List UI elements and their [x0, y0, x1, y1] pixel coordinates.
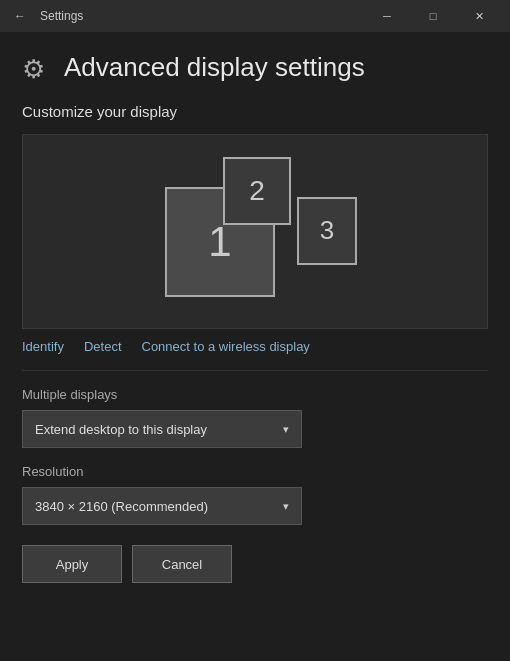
title-bar: ← Settings ─ □ ✕ — [0, 0, 510, 32]
minimize-button[interactable]: ─ — [364, 0, 410, 32]
back-icon: ← — [14, 9, 26, 23]
apply-button[interactable]: Apply — [22, 545, 122, 583]
multiple-displays-label: Multiple displays — [22, 387, 488, 402]
page-header: ⚙ Advanced display settings — [22, 52, 488, 83]
displays-wrapper: 1 2 3 — [145, 157, 365, 307]
identify-link[interactable]: Identify — [22, 339, 64, 354]
multiple-displays-value: Extend desktop to this display — [35, 422, 207, 437]
minimize-icon: ─ — [383, 10, 391, 22]
display-canvas: 1 2 3 — [22, 134, 488, 329]
connect-wireless-link[interactable]: Connect to a wireless display — [142, 339, 310, 354]
monitor-2[interactable]: 2 — [223, 157, 291, 225]
window-title: Settings — [40, 9, 83, 23]
close-icon: ✕ — [475, 10, 484, 23]
multiple-displays-dropdown[interactable]: Extend desktop to this display ▾ — [22, 410, 302, 448]
main-content: ⚙ Advanced display settings Customize yo… — [0, 32, 510, 603]
resolution-dropdown[interactable]: 3840 × 2160 (Recommended) ▾ — [22, 487, 302, 525]
button-row: Apply Cancel — [22, 545, 488, 583]
detect-link[interactable]: Detect — [84, 339, 122, 354]
cancel-button[interactable]: Cancel — [132, 545, 232, 583]
monitor-3[interactable]: 3 — [297, 197, 357, 265]
close-button[interactable]: ✕ — [456, 0, 502, 32]
gear-icon: ⚙ — [22, 54, 50, 82]
customize-label: Customize your display — [22, 103, 488, 120]
maximize-icon: □ — [430, 10, 437, 22]
page-title: Advanced display settings — [64, 52, 365, 83]
multiple-displays-arrow: ▾ — [283, 423, 289, 436]
action-links: Identify Detect Connect to a wireless di… — [22, 329, 488, 371]
resolution-label: Resolution — [22, 464, 488, 479]
back-button[interactable]: ← — [8, 4, 32, 28]
maximize-button[interactable]: □ — [410, 0, 456, 32]
resolution-value: 3840 × 2160 (Recommended) — [35, 499, 208, 514]
window-controls: ─ □ ✕ — [364, 0, 502, 32]
resolution-arrow: ▾ — [283, 500, 289, 513]
